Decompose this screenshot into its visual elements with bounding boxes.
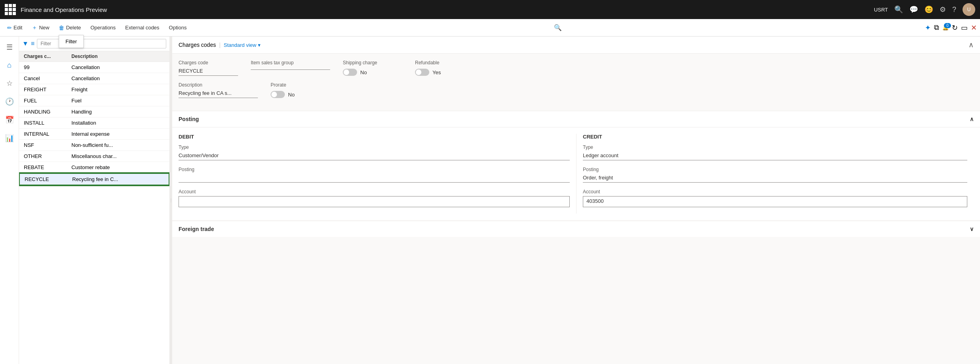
expand-icon[interactable]: ⧉ — [934, 23, 939, 32]
list-item[interactable]: NSFNon-sufficient fu... — [19, 140, 169, 151]
list-item[interactable]: RECYCLERecycling fee in C... — [19, 173, 169, 185]
minimize-icon[interactable]: ▭ — [961, 23, 968, 32]
credit-type-field: Type Ledger account — [583, 144, 967, 160]
list-body: 99CancellationCancelCancellationFREIGHTF… — [19, 62, 169, 364]
credit-account-input[interactable]: 403500 — [583, 196, 967, 207]
foreign-trade-header[interactable]: Foreign trade ∨ — [172, 221, 980, 237]
list-item[interactable]: REBATECustomer rebate — [19, 162, 169, 173]
credit-account-field: Account 403500 — [583, 189, 967, 207]
avatar[interactable]: U — [963, 3, 975, 16]
list-filter-icon[interactable]: ▼ — [22, 40, 29, 47]
notification-icon[interactable]: 🔔0 — [942, 25, 949, 31]
detail-header: Charges codes | Standard view ▾ ∧ — [172, 37, 980, 54]
posting-collapse-icon[interactable]: ∧ — [970, 116, 974, 122]
list-lines-icon[interactable]: ≡ — [31, 40, 35, 47]
list-header: Charges c... Description — [19, 51, 169, 62]
prorate-field: Prorate No — [271, 82, 330, 98]
list-item[interactable]: INSTALLInstallation — [19, 117, 169, 129]
edit-icon: ✏ — [7, 25, 12, 31]
form-row-top: Charges code RECYCLE Item sales tax grou… — [179, 60, 974, 76]
list-item[interactable]: HANDLINGHandling — [19, 106, 169, 117]
app-title: Finance and Operations Preview — [21, 6, 869, 13]
delete-button[interactable]: 🗑 Delete — [55, 22, 85, 33]
prorate-toggle[interactable] — [271, 91, 285, 98]
chat-icon[interactable]: 💬 — [909, 5, 918, 14]
debit-posting-field: Posting — [179, 167, 570, 183]
shipping-charge-toggle[interactable] — [343, 69, 357, 76]
posting-section-header[interactable]: Posting ∧ — [172, 111, 980, 127]
list-item[interactable]: INTERNALInternal expense — [19, 129, 169, 140]
nav-chart-icon[interactable]: 📊 — [2, 131, 17, 146]
list-toolbar: ▼ ≡ — [19, 37, 169, 51]
delete-icon: 🗑 — [59, 25, 64, 31]
nav-hamburger-icon[interactable]: ☰ — [3, 40, 16, 55]
bookmark-icon[interactable]: ✦ — [925, 23, 931, 32]
debit-account-input[interactable] — [179, 196, 570, 207]
debit-type-field: Type Customer/Vendor — [179, 144, 570, 160]
detail-header-actions: ∧ — [968, 40, 974, 49]
description-field: Description Recycling fee in CA s... — [179, 82, 258, 98]
charges-codes-title: Charges codes — [179, 42, 216, 48]
title-bar-right: USRT 🔍 💬 😊 ⚙ ? U — [874, 3, 975, 16]
external-codes-button[interactable]: External codes — [121, 22, 163, 33]
list-item[interactable]: 99Cancellation — [19, 62, 169, 73]
options-button[interactable]: Options — [165, 22, 191, 33]
debit-credit-grid: DEBIT Type Customer/Vendor Posting Accou… — [179, 134, 974, 214]
list-item[interactable]: OTHERMiscellanous char... — [19, 151, 169, 162]
shipping-charge-field: Shipping charge No — [343, 60, 402, 76]
emoji-icon[interactable]: 😊 — [924, 5, 933, 14]
collapse-icon[interactable]: ∧ — [968, 40, 974, 49]
filter-input[interactable] — [37, 39, 166, 48]
list-item[interactable]: FUELFuel — [19, 95, 169, 106]
left-nav: ☰ ⌂ ☆ 🕐 📅 📊 — [0, 37, 19, 364]
app-grid-icon[interactable] — [5, 4, 16, 15]
refundable-toggle[interactable] — [415, 69, 429, 76]
nav-star-icon[interactable]: ☆ — [3, 76, 16, 91]
detail-panel: Charges codes | Standard view ▾ ∧ Charge… — [172, 37, 980, 364]
foreign-trade-section: Foreign trade ∨ — [172, 221, 980, 237]
debit-account-field: Account — [179, 189, 570, 207]
command-bar: ✏ Edit ＋ New 🗑 Delete Operations Externa… — [0, 19, 980, 37]
foreign-trade-expand-icon[interactable]: ∨ — [970, 226, 974, 232]
operations-button[interactable]: Operations — [86, 22, 120, 33]
posting-section: Posting ∧ DEBIT Type Customer/Vendor Pos… — [172, 111, 980, 220]
credit-col: CREDIT Type Ledger account Posting Order… — [576, 134, 974, 214]
nav-calendar-icon[interactable]: 📅 — [2, 112, 17, 127]
settings-icon[interactable]: ⚙ — [940, 5, 946, 14]
list-item[interactable]: FREIGHTFreight — [19, 84, 169, 95]
refundable-field: Refundable Yes — [415, 60, 475, 76]
search-icon[interactable]: 🔍 — [894, 5, 903, 14]
title-bar: Finance and Operations Preview USRT 🔍 💬 … — [0, 0, 980, 19]
detail-form: Charges code RECYCLE Item sales tax grou… — [172, 54, 980, 111]
credit-posting-field: Posting Order, freight — [583, 167, 967, 183]
close-icon[interactable]: ✕ — [971, 23, 977, 32]
list-item[interactable]: CancelCancellation — [19, 73, 169, 84]
standard-view-btn[interactable]: Standard view ▾ — [224, 42, 261, 48]
new-button[interactable]: ＋ New — [28, 22, 53, 34]
posting-section-body: DEBIT Type Customer/Vendor Posting Accou… — [172, 127, 980, 220]
nav-clock-icon[interactable]: 🕐 — [2, 94, 17, 109]
debit-col: DEBIT Type Customer/Vendor Posting Accou… — [179, 134, 576, 214]
help-icon[interactable]: ? — [952, 6, 956, 14]
main-layout: ☰ ⌂ ☆ 🕐 📅 📊 ▼ ≡ Charges c... Description… — [0, 37, 980, 364]
chevron-down-icon: ▾ — [258, 42, 261, 48]
command-search-icon[interactable]: 🔍 — [554, 24, 562, 31]
nav-home-icon[interactable]: ⌂ — [4, 58, 15, 73]
form-row-bottom: Description Recycling fee in CA s... Pro… — [179, 82, 974, 98]
charges-code-field: Charges code RECYCLE — [179, 60, 238, 76]
edit-button[interactable]: ✏ Edit — [3, 22, 26, 33]
refresh-icon[interactable]: ↻ — [952, 23, 958, 32]
add-icon: ＋ — [32, 24, 37, 31]
item-sales-tax-group-field: Item sales tax group — [251, 60, 330, 76]
list-panel: ▼ ≡ Charges c... Description 99Cancellat… — [19, 37, 170, 364]
filter-tooltip: Filter — [59, 35, 84, 48]
user-label: USRT — [874, 7, 888, 13]
